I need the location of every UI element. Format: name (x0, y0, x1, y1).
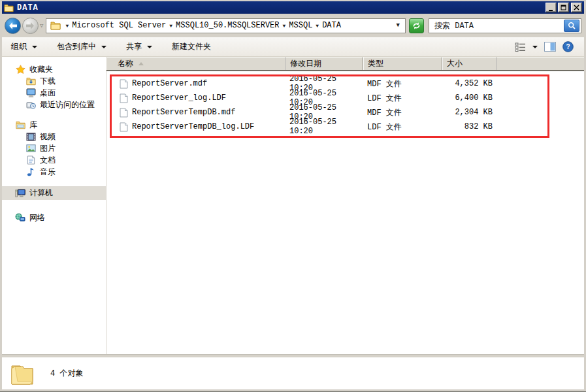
file-rows: ReportServer.mdf 2016-05-25 10:20 MDF 文件… (106, 71, 584, 134)
picture-icon (25, 143, 36, 154)
recent-places-icon (25, 99, 36, 110)
sidebar-item-label: 下载 (40, 76, 56, 87)
file-size: 2,304 KB (442, 108, 496, 117)
download-folder-icon (25, 76, 36, 86)
sidebar-item-libraries[interactable]: 库 (2, 119, 106, 131)
column-header-size[interactable]: 大小 (442, 57, 496, 70)
sidebar-item-label: 音乐 (40, 167, 56, 178)
column-header-empty[interactable] (496, 57, 584, 70)
sidebar-item-label: 文档 (40, 155, 56, 166)
file-icon (120, 93, 128, 103)
column-headers: 名称 修改日期 类型 大小 (106, 57, 584, 71)
document-icon (25, 155, 36, 165)
desktop-icon (25, 88, 36, 98)
window-folder-icon (4, 3, 14, 12)
new-folder-label: 新建文件夹 (172, 41, 211, 52)
preview-pane-icon[interactable] (544, 42, 556, 52)
file-name: ReportServer_log.LDF (132, 93, 226, 103)
column-label: 名称 (118, 58, 133, 69)
file-type: LDF 文件 (363, 122, 442, 133)
back-button[interactable] (5, 18, 21, 34)
details-pane: 4 个对象 (2, 357, 584, 389)
network-icon (15, 212, 25, 223)
recent-pages-chevron-icon[interactable]: ▽ (40, 22, 43, 29)
help-icon[interactable]: ? (562, 41, 574, 52)
sidebar-item-label: 图片 (40, 143, 56, 154)
maximize-button[interactable] (558, 3, 569, 12)
music-icon (25, 167, 36, 177)
file-icon (120, 122, 128, 132)
breadcrumb-caret-icon[interactable]: ▼ (169, 23, 172, 29)
refresh-button[interactable] (409, 18, 424, 33)
file-name: ReportServerTempDB.mdf (132, 108, 235, 117)
file-icon (120, 108, 128, 118)
sidebar-item-videos[interactable]: 视频 (2, 131, 106, 142)
sidebar-item-label: 计算机 (29, 188, 53, 199)
search-input[interactable]: 搜索 DATA (429, 18, 581, 33)
include-in-library-label: 包含到库中 (57, 41, 96, 52)
sidebar-item-downloads[interactable]: 下载 (2, 75, 106, 87)
column-header-date-modified[interactable]: 修改日期 (285, 57, 363, 70)
explorer-window: DATA ▽ ▼ Microsoft SQL Server ▼ MS (0, 0, 586, 392)
file-name: ReportServer.mdf (132, 79, 207, 88)
breadcrumb-folder-icon (50, 22, 61, 30)
sidebar-item-label: 收藏夹 (29, 64, 53, 75)
file-type: LDF 文件 (363, 93, 442, 104)
file-size: 832 KB (442, 122, 496, 131)
navigation-pane: 收藏夹 下载 (2, 57, 106, 354)
include-in-library-button[interactable]: 包含到库中 (57, 41, 106, 52)
breadcrumb-caret-icon[interactable]: ▼ (283, 23, 286, 29)
folder-icon (10, 362, 35, 385)
chevron-down-icon (147, 46, 152, 48)
share-button[interactable]: 共享 (126, 41, 152, 52)
organize-button[interactable]: 组织 (11, 41, 37, 52)
command-bar: 组织 包含到库中 共享 新建文件夹 (2, 37, 584, 57)
change-view-chevron-icon[interactable] (532, 46, 538, 48)
close-button[interactable] (571, 3, 582, 12)
address-bar: ▽ ▼ Microsoft SQL Server ▼ MSSQL10_50.MS… (2, 14, 584, 37)
forward-button[interactable] (22, 18, 39, 34)
breadcrumb[interactable]: ▼ Microsoft SQL Server ▼ MSSQL10_50.MSSQ… (46, 18, 406, 33)
breadcrumb-caret-icon[interactable]: ▼ (316, 23, 319, 29)
sidebar-item-pictures[interactable]: 图片 (2, 142, 106, 154)
sidebar-item-favorites[interactable]: 收藏夹 (2, 63, 106, 75)
share-label: 共享 (126, 41, 142, 52)
address-history-caret-icon[interactable]: ▼ (397, 22, 400, 29)
sidebar-item-label: 桌面 (40, 88, 56, 99)
window-title: DATA (17, 3, 39, 12)
file-size: 6,400 KB (442, 93, 496, 103)
sidebar-item-network[interactable]: 网络 (2, 212, 106, 223)
file-list-pane: 名称 修改日期 类型 大小 (106, 57, 584, 354)
video-icon (25, 131, 36, 142)
file-type: MDF 文件 (363, 78, 442, 90)
file-icon (120, 79, 128, 89)
sidebar-item-label: 最近访问的位置 (40, 99, 95, 110)
breadcrumb-item-instance[interactable]: MSSQL10_50.MSSQLSERVER (176, 21, 279, 30)
file-type: MDF 文件 (363, 107, 442, 118)
file-size: 4,352 KB (442, 79, 496, 88)
titlebar: DATA (2, 1, 584, 14)
item-count: 4 个对象 (50, 368, 83, 379)
column-header-type[interactable]: 类型 (363, 57, 442, 70)
breadcrumb-item-data[interactable]: DATA (322, 21, 341, 30)
sidebar-item-desktop[interactable]: 桌面 (2, 87, 106, 99)
sidebar-item-documents[interactable]: 文档 (2, 154, 106, 166)
column-header-name[interactable]: 名称 (106, 57, 285, 70)
breadcrumb-item-mssql[interactable]: MSSQL (289, 21, 312, 30)
sidebar-item-label: 视频 (40, 131, 56, 142)
minimize-button[interactable] (545, 3, 557, 12)
file-date: 2016-05-25 10:20 (285, 118, 363, 136)
svg-text:?: ? (566, 43, 570, 50)
new-folder-button[interactable]: 新建文件夹 (172, 41, 211, 52)
sidebar-item-recent-places[interactable]: 最近访问的位置 (2, 99, 106, 110)
breadcrumb-item-sqlserver[interactable]: Microsoft SQL Server (72, 21, 166, 30)
sidebar-item-label: 网络 (29, 212, 45, 223)
change-view-icon[interactable] (515, 42, 526, 52)
file-name: ReportServerTempDB_log.LDF (132, 122, 254, 131)
column-label: 大小 (447, 58, 463, 69)
file-row-reportservertempdb-log-ldf[interactable]: ReportServerTempDB_log.LDF 2016-05-25 10… (106, 120, 584, 134)
search-button[interactable] (564, 20, 579, 32)
sidebar-item-music[interactable]: 音乐 (2, 166, 106, 178)
sidebar-item-computer[interactable]: 计算机 (2, 186, 106, 200)
breadcrumb-caret-icon[interactable]: ▼ (65, 23, 69, 29)
